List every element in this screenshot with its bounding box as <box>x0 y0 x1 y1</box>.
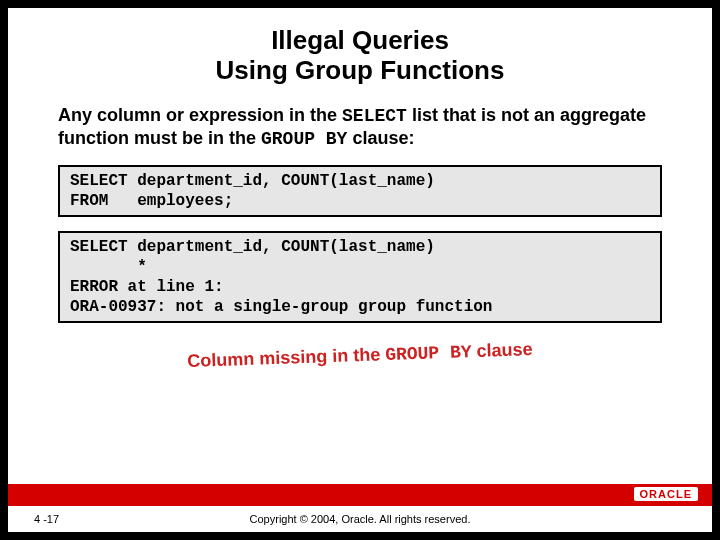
annotation-text: Column missing in the GROUP BY clause <box>58 334 662 376</box>
footer-row: 4 -17 Copyright © 2004, Oracle. All righ… <box>8 506 712 532</box>
annotation-keyword: GROUP BY <box>385 342 472 365</box>
annotation-post: clause <box>471 339 533 361</box>
intro-pre: Any column or expression in the <box>58 105 342 125</box>
code-box-query: SELECT department_id, COUNT(last_name) F… <box>58 165 662 217</box>
annotation-pre: Column missing in the <box>187 344 386 371</box>
page-number: 4 -17 <box>34 513 59 525</box>
keyword-select: SELECT <box>342 106 407 126</box>
copyright-text: Copyright © 2004, Oracle. All rights res… <box>250 513 471 525</box>
slide-body: Any column or expression in the SELECT l… <box>8 86 712 366</box>
intro-text: Any column or expression in the SELECT l… <box>58 104 662 151</box>
slide-title: Illegal Queries Using Group Functions <box>8 8 712 86</box>
slide: Illegal Queries Using Group Functions An… <box>8 8 712 532</box>
oracle-logo: ORACLE <box>634 487 698 501</box>
keyword-group-by: GROUP BY <box>261 129 347 149</box>
code-box-error: SELECT department_id, COUNT(last_name) *… <box>58 231 662 323</box>
title-line-1: Illegal Queries <box>271 25 449 55</box>
slide-footer: ORACLE 4 -17 Copyright © 2004, Oracle. A… <box>8 484 712 532</box>
title-line-2: Using Group Functions <box>216 55 505 85</box>
intro-post: clause: <box>347 128 414 148</box>
footer-bar: ORACLE <box>8 484 712 506</box>
